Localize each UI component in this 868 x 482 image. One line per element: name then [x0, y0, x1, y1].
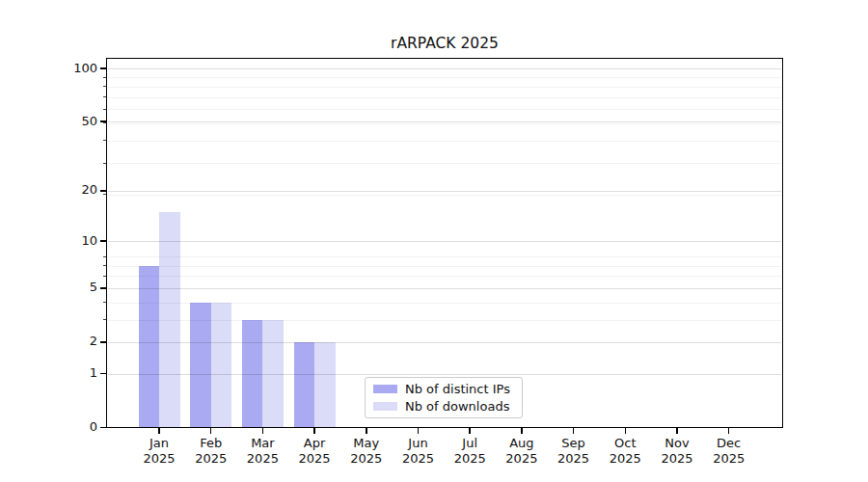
minor-gridline [108, 123, 781, 124]
major-gridline [108, 191, 781, 192]
y-tick [100, 373, 106, 375]
x-tick [625, 428, 627, 434]
y-tick [100, 240, 106, 242]
y-minor-tick [103, 86, 107, 87]
y-tick [100, 67, 106, 69]
x-tick-label: Dec2025 [698, 436, 760, 467]
bar-feb-nb-of-downloads [211, 303, 232, 428]
x-tick [366, 428, 367, 434]
legend-label-downloads: Nb of downloads [405, 399, 509, 414]
major-gridline [108, 241, 781, 242]
minor-gridline [108, 195, 781, 196]
y-tick-label: 50 [30, 115, 97, 128]
y-tick-label: 0 [30, 420, 97, 434]
y-tick-label: 1 [30, 366, 97, 380]
y-minor-tick [103, 109, 107, 110]
minor-gridline [108, 303, 781, 304]
minor-gridline [108, 109, 781, 110]
x-tick [262, 428, 264, 434]
y-minor-tick [103, 194, 107, 195]
x-tick [418, 428, 420, 434]
y-minor-tick [103, 319, 107, 320]
y-tick [100, 341, 106, 343]
y-minor-tick [103, 140, 107, 141]
major-gridline [108, 68, 781, 69]
x-tick [728, 428, 730, 434]
y-minor-tick [103, 96, 107, 97]
y-minor-tick [103, 302, 107, 303]
y-tick-label: 10 [30, 234, 97, 248]
x-tick [676, 428, 678, 434]
legend-item-downloads: Nb of downloads [366, 398, 522, 415]
major-gridline [108, 121, 781, 122]
bar-apr-nb-of-distinct-ips [294, 342, 315, 428]
minor-gridline [108, 256, 781, 257]
y-tick [100, 287, 106, 289]
x-tick-label-month: Dec [698, 436, 760, 451]
chart-title: rARPACK 2025 [106, 35, 783, 52]
y-minor-tick [103, 163, 107, 164]
x-tick-label-year: 2025 [698, 451, 760, 467]
major-gridline [108, 288, 781, 289]
y-tick [100, 120, 106, 122]
x-tick [469, 428, 471, 434]
y-tick [100, 190, 106, 192]
bar-jan-nb-of-distinct-ips [139, 266, 160, 428]
x-tick [313, 428, 315, 434]
minor-gridline [108, 87, 781, 88]
minor-gridline [108, 97, 781, 98]
y-minor-tick [103, 122, 107, 123]
y-tick-label: 100 [30, 62, 97, 75]
y-minor-tick [103, 265, 107, 266]
minor-gridline [108, 141, 781, 142]
x-tick [210, 428, 212, 434]
x-tick [158, 428, 160, 434]
y-tick-label: 5 [30, 281, 97, 294]
legend-item-distinct-ips: Nb of distinct IPs [366, 381, 522, 398]
legend-swatch-downloads [373, 402, 397, 412]
minor-gridline [108, 266, 781, 267]
x-tick [521, 428, 523, 434]
y-minor-tick [103, 256, 107, 257]
x-tick [573, 428, 575, 434]
bar-feb-nb-of-distinct-ips [190, 303, 211, 428]
chart-figure: rARPACK 2025 0125102050100Jan2025Feb2025… [0, 0, 868, 482]
y-minor-tick [103, 276, 107, 277]
minor-gridline [108, 163, 781, 164]
y-tick-label: 20 [30, 183, 97, 197]
bar-apr-nb-of-downloads [314, 342, 336, 428]
minor-gridline [108, 77, 781, 78]
major-gridline [108, 374, 781, 375]
major-gridline [108, 342, 781, 343]
legend: Nb of distinct IPs Nb of downloads [365, 377, 523, 418]
legend-label-distinct-ips: Nb of distinct IPs [405, 382, 510, 396]
y-tick [100, 427, 106, 429]
minor-gridline [108, 276, 781, 277]
legend-swatch-distinct-ips [373, 385, 397, 394]
y-tick-label: 2 [30, 335, 97, 348]
y-minor-tick [103, 77, 107, 78]
minor-gridline [108, 320, 781, 321]
